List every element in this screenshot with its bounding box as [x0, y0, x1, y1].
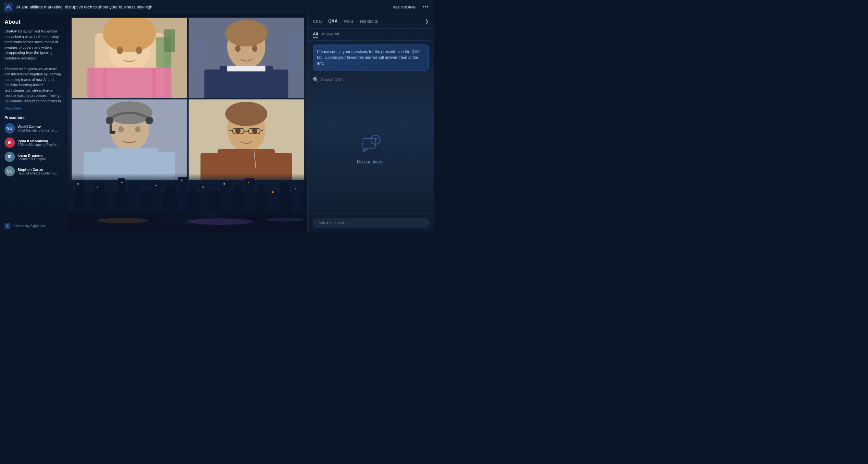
video-area	[68, 14, 307, 232]
qa-search-bar: 🔍	[308, 75, 434, 85]
video-cell-presenter-4	[189, 99, 304, 180]
svg-point-43	[225, 102, 267, 126]
city-background	[68, 174, 307, 232]
svg-rect-18	[227, 66, 265, 71]
tab-chat[interactable]: Chat	[313, 18, 322, 25]
svg-rect-17	[267, 69, 288, 98]
svg-rect-83	[272, 192, 274, 193]
svg-point-20	[252, 45, 257, 52]
svg-rect-60	[143, 190, 151, 212]
svg-rect-63	[178, 177, 187, 212]
recording-badge: RECORDING	[393, 5, 416, 9]
search-icon: 🔍	[313, 77, 318, 82]
more-button[interactable]: •••	[421, 3, 430, 12]
about-heading: About	[4, 19, 64, 25]
expand-panel-icon[interactable]: ❯	[425, 18, 429, 24]
svg-rect-76	[97, 186, 98, 188]
avatar: SC	[4, 166, 15, 176]
svg-rect-79	[182, 180, 183, 181]
svg-rect-84	[295, 188, 297, 190]
tab-qa[interactable]: Q&A	[328, 17, 338, 25]
svg-rect-77	[121, 182, 123, 183]
svg-rect-68	[234, 186, 243, 212]
presenter-name: Vasilii Gamov	[18, 125, 64, 129]
avatar: VG	[4, 123, 15, 134]
svg-rect-69	[245, 178, 254, 212]
video-grid	[71, 18, 304, 180]
svg-rect-66	[211, 190, 219, 212]
svg-rect-58	[118, 178, 125, 212]
powered-by-label: Powered by BigMarker	[12, 224, 45, 228]
ask-question-input[interactable]	[313, 218, 429, 228]
no-questions-label: No questions.	[357, 159, 385, 165]
video-cell-presenter-1	[72, 18, 187, 98]
svg-rect-55	[86, 190, 92, 212]
powered-by-footer: B Powered by BigMarker	[4, 223, 45, 229]
header: AI and affiliate marketing: disruptive t…	[0, 0, 434, 14]
svg-rect-62	[165, 186, 177, 212]
presenters-heading: Presenters	[4, 115, 64, 120]
qa-filter-tabs: All Answered	[308, 29, 434, 40]
ask-question-area	[308, 213, 434, 232]
presenter-role: Head of Affiliate Content a...	[18, 172, 64, 175]
svg-rect-65	[199, 183, 209, 212]
svg-rect-22	[196, 41, 204, 71]
svg-point-19	[235, 45, 240, 52]
svg-rect-75	[78, 183, 79, 184]
about-description: ChatGPT's launch last November unleashed…	[4, 29, 64, 104]
logo	[4, 3, 13, 12]
svg-rect-80	[203, 186, 204, 188]
svg-rect-16	[204, 69, 225, 98]
right-panel: Chat Q&A Polls Handouts ❯ All Answered P…	[307, 14, 434, 232]
svg-rect-23	[288, 33, 300, 71]
svg-point-21	[225, 20, 267, 47]
list-item: ID Ioana Dragomir Founder at Dragom	[4, 152, 64, 162]
list-item: VG Vasilii Gamov Chief Marketing Officer…	[4, 123, 64, 134]
filter-answered[interactable]: Answered	[322, 31, 339, 38]
svg-point-85	[97, 218, 149, 223]
no-questions-icon: ?	[361, 135, 381, 154]
svg-rect-7	[152, 67, 172, 98]
svg-rect-53	[68, 186, 74, 212]
svg-rect-59	[128, 185, 141, 212]
svg-rect-0	[4, 3, 13, 12]
svg-rect-64	[190, 188, 197, 212]
view-more-link[interactable]: View more	[4, 106, 64, 110]
svg-rect-81	[224, 183, 225, 184]
presenter-role: Founder at Dragom	[18, 157, 64, 161]
svg-point-8	[117, 47, 123, 54]
filter-all[interactable]: All	[313, 31, 318, 38]
svg-rect-36	[110, 130, 116, 134]
svg-point-30	[119, 126, 124, 132]
avatar: IK	[4, 138, 15, 148]
presenter-role: Chief Marketing Officer at ...	[18, 129, 64, 132]
qa-empty-state: ? No questions.	[308, 85, 434, 213]
svg-point-34	[146, 117, 153, 124]
presenter-role: Affiliate Manager at Playfin...	[18, 143, 64, 147]
tab-handouts[interactable]: Handouts	[360, 18, 378, 25]
svg-rect-54	[76, 180, 84, 212]
list-item: SC Stephen Carter Head of Affiliate Cont…	[4, 166, 64, 176]
tab-polls[interactable]: Polls	[344, 18, 353, 25]
presenter-name: Stephen Carter	[18, 168, 64, 172]
sidebar: About ChatGPT's launch last November unl…	[0, 14, 68, 232]
svg-rect-11	[164, 29, 175, 52]
svg-rect-5	[102, 67, 156, 98]
search-input[interactable]	[321, 77, 429, 82]
panel-tabs: Chat Q&A Polls Handouts ❯	[308, 14, 434, 29]
svg-rect-57	[107, 188, 116, 212]
svg-rect-67	[220, 180, 232, 212]
main-content: About ChatGPT's launch last November unl…	[0, 14, 434, 232]
list-item: IK Iryna Kolesnikova Affiliate Manager a…	[4, 138, 64, 148]
qa-info-message: Please submit your questions for the pre…	[313, 45, 429, 70]
svg-rect-73	[292, 186, 302, 212]
svg-rect-6	[87, 67, 106, 98]
svg-point-86	[188, 219, 253, 225]
video-cell-presenter-3	[72, 99, 187, 180]
svg-rect-71	[268, 190, 279, 212]
presenter-name: Ioana Dragomir	[18, 153, 64, 157]
header-title: AI and affiliate marketing: disruptive t…	[16, 4, 389, 9]
svg-rect-74	[303, 180, 308, 212]
svg-point-31	[135, 126, 140, 132]
svg-rect-56	[94, 183, 105, 212]
